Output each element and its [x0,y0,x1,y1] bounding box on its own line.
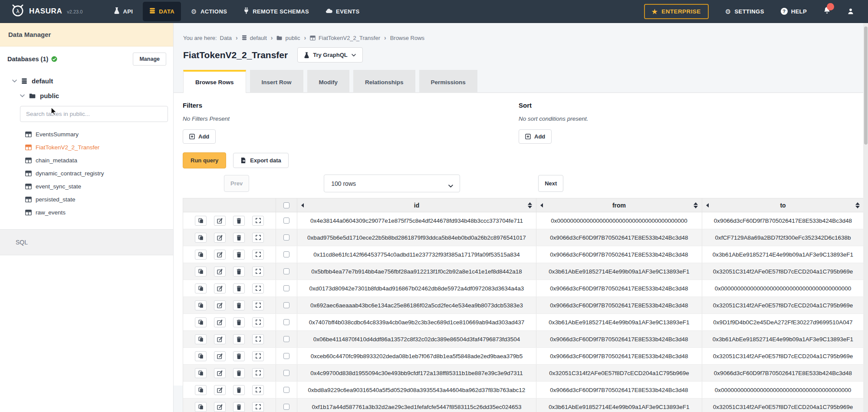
edit-row-button[interactable] [214,300,226,310]
prev-page-button[interactable]: Prev [224,175,249,192]
edit-row-button[interactable] [214,233,226,243]
sort-icon[interactable] [855,202,860,208]
sort-icon[interactable] [528,202,532,208]
edit-row-button[interactable] [214,385,226,395]
expand-row-button[interactable] [252,250,264,260]
collapse-column-icon[interactable] [301,203,304,208]
delete-row-button[interactable] [233,368,245,378]
add-sort-button[interactable]: Add [519,129,552,144]
clone-row-button[interactable] [195,402,207,412]
nav-item-data[interactable]: DATA [143,2,181,21]
delete-row-button[interactable] [233,385,245,395]
edit-row-button[interactable] [214,334,226,344]
tab-insert-row[interactable]: Insert Row [250,70,303,93]
edit-row-button[interactable] [214,283,226,293]
sidebar-item-sql[interactable]: SQL [0,229,173,255]
chevron-down-icon[interactable] [20,94,25,97]
clone-row-button[interactable] [195,300,207,310]
enterprise-button[interactable]: ★ ENTERPRISE [644,4,709,19]
sidebar-database-default[interactable]: default [12,77,173,85]
row-checkbox[interactable] [283,370,289,376]
clone-row-button[interactable] [195,317,207,327]
settings-button[interactable]: ⚙ SETTINGS [725,8,764,15]
next-page-button[interactable]: Next [538,175,563,192]
delete-row-button[interactable] [233,250,245,260]
expand-row-button[interactable] [252,385,264,395]
expand-row-button[interactable] [252,233,264,243]
row-checkbox[interactable] [283,336,289,342]
edit-row-button[interactable] [214,267,226,277]
hasura-brand[interactable]: λ HASURA v2.23.0 [10,3,82,19]
tab-relationships[interactable]: Relationships [353,70,415,93]
clone-row-button[interactable] [195,385,207,395]
expand-row-button[interactable] [252,368,264,378]
expand-row-button[interactable] [252,317,264,327]
expand-row-button[interactable] [252,216,264,226]
header-id-column[interactable]: id [297,198,536,212]
edit-row-button[interactable] [214,402,226,412]
clone-row-button[interactable] [195,334,207,344]
row-checkbox[interactable] [283,387,289,393]
breadcrumb-schema-link[interactable]: public [285,35,300,41]
breadcrumb-database-link[interactable]: default [250,35,267,41]
row-checkbox[interactable] [283,302,289,308]
row-checkbox[interactable] [283,234,289,241]
edit-row-button[interactable] [214,250,226,260]
clone-row-button[interactable] [195,250,207,260]
edit-row-button[interactable] [214,317,226,327]
sidebar-table-persisted-state[interactable]: persisted_state [0,193,173,206]
delete-row-button[interactable] [233,351,245,361]
sidebar-table-raw-events[interactable]: raw_events [0,206,173,219]
expand-row-button[interactable] [252,334,264,344]
sidebar-table-dynamic-contract-registry[interactable]: dynamic_contract_registry [0,167,173,180]
user-menu-button[interactable] [847,8,854,15]
select-all-checkbox[interactable] [283,202,289,208]
collapse-column-icon[interactable] [706,203,709,208]
delete-row-button[interactable] [233,300,245,310]
sidebar-table-event-sync-state[interactable]: event_sync_state [0,180,173,193]
delete-row-button[interactable] [233,233,245,243]
delete-row-button[interactable] [233,283,245,293]
nav-item-events[interactable]: EVENTS [319,0,366,23]
sidebar-schema-public[interactable]: public [20,92,173,99]
clone-row-button[interactable] [195,283,207,293]
clone-row-button[interactable] [195,267,207,277]
expand-row-button[interactable] [252,351,264,361]
expand-row-button[interactable] [252,267,264,277]
breadcrumb-data-link[interactable]: Data [220,35,232,41]
clone-row-button[interactable] [195,351,207,361]
add-filter-button[interactable]: Add [183,129,216,144]
tab-browse-rows[interactable]: Browse Rows [183,70,246,93]
sort-icon[interactable] [694,202,698,208]
rows-per-page-select[interactable]: 100 rows [324,175,460,192]
breadcrumb-table-link[interactable]: FiatTokenV2_2_Transfer [319,35,380,41]
clone-row-button[interactable] [195,233,207,243]
try-graphql-button[interactable]: Try GraphQL [297,47,362,63]
tab-permissions[interactable]: Permissions [419,70,477,93]
nav-item-remote-schemas[interactable]: REMOTE SCHEMAS [237,0,316,23]
sidebar-table-chain-metadata[interactable]: chain_metadata [0,154,173,167]
delete-row-button[interactable] [233,216,245,226]
edit-row-button[interactable] [214,368,226,378]
tab-modify[interactable]: Modify [307,70,350,93]
collapse-column-icon[interactable] [540,203,543,208]
delete-row-button[interactable] [233,317,245,327]
row-checkbox[interactable] [283,285,289,291]
clone-row-button[interactable] [195,216,207,226]
sidebar-table-eventssummary[interactable]: EventsSummary [0,128,173,141]
export-data-button[interactable]: Export data [233,153,289,168]
chevron-down-icon[interactable] [12,79,17,82]
clone-row-button[interactable] [195,368,207,378]
table-search-input[interactable] [20,106,168,122]
edit-row-button[interactable] [214,216,226,226]
edit-row-button[interactable] [214,351,226,361]
expand-row-button[interactable] [252,300,264,310]
delete-row-button[interactable] [233,334,245,344]
row-checkbox[interactable] [283,268,289,274]
header-to-column[interactable]: to [702,198,864,212]
row-checkbox[interactable] [283,218,289,224]
row-checkbox[interactable] [283,251,289,257]
header-from-column[interactable]: from [536,198,702,212]
nav-item-api[interactable]: API [108,0,139,23]
sidebar-table-fiattokenv2-2-transfer[interactable]: FiatTokenV2_2_Transfer [0,141,173,154]
